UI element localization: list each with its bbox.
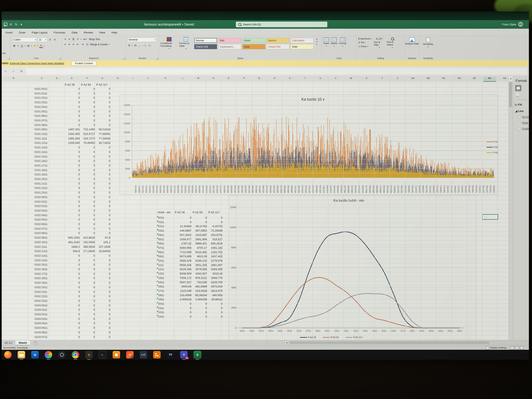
effects-pentagon-icon[interactable] [514,91,520,97]
underline-icon[interactable]: U [20,44,24,48]
number-dialog-launcher-icon[interactable] [156,57,158,59]
grow-font-icon[interactable]: Aˆ [48,38,52,41]
sheet-tab-sheet1[interactable]: Sheet1 [16,340,30,345]
taskbar-icon-chrome[interactable] [72,351,79,359]
decrease-decimal-icon[interactable]: .0→ [147,44,152,47]
accessibility-status[interactable]: Accessibility: Investigate [3,346,28,349]
column-header-L[interactable]: L [177,77,189,79]
column-header-P[interactable]: P [238,77,250,79]
line-option-solid-line[interactable]: Solid line [518,121,529,124]
comma-icon[interactable]: , [138,44,141,47]
column-header-X[interactable]: X [360,77,373,79]
increase-indent-icon[interactable]: ⇥ [81,43,85,46]
column-header-R[interactable]: R [268,77,281,79]
taskbar-icon-lightroom-classic[interactable]: LrC [140,351,147,359]
increase-decimal-icon[interactable]: ←.0 [141,44,147,47]
formula-input[interactable] [25,68,527,74]
taskbar-icon-tradingview[interactable]: TV [167,351,174,359]
column-header-T[interactable]: T [299,77,311,79]
ribbon-tab-formulas[interactable]: Formulas [51,30,68,36]
redo-icon[interactable]: ↻▾ [15,23,19,26]
cell-style-linked-cell[interactable]: Linked Cell [266,44,290,49]
cell-style-good[interactable]: Good [242,38,265,43]
vertical-scrollbar[interactable]: ▲ [508,76,513,340]
autosum-button[interactable]: Σ AutoSum ▾ [358,38,372,40]
sheet-tab-az-117[interactable]: AZ 117 [2,340,16,345]
column-header-O[interactable]: O [222,77,235,79]
taskbar-icon-teams[interactable]: T9+ [180,351,188,359]
italic-icon[interactable]: I [17,44,19,48]
taskbar-icon-file-explorer[interactable] [18,351,25,359]
sensitivity-button[interactable]: Sensitivity▾ [419,38,437,48]
cell-style-input[interactable]: Input [242,44,265,49]
align-left-icon[interactable]: ≡ [63,43,67,46]
taskbar-icon-excel[interactable]: X [194,351,201,359]
ribbon-tab-review[interactable]: Review [81,30,96,36]
vertical-scroll-thumb[interactable] [509,82,512,107]
page-break-view-icon[interactable] [520,346,524,349]
cell-style-neutral[interactable]: Neutral [266,38,290,43]
enable-content-button[interactable]: Enable Content [71,61,96,66]
column-header-AF[interactable]: AF [483,77,496,82]
radio-icon[interactable] [518,121,520,124]
fill-button[interactable]: ⊻ Fill ▾ [358,41,372,44]
enter-check-icon[interactable]: ✓ [10,70,18,73]
column-header-J[interactable]: J [142,77,154,79]
number-format-select[interactable]: General▾ [128,38,157,42]
column-header-E[interactable]: E [66,77,78,79]
ribbon-tab-page-layout[interactable]: Page Layout [28,30,51,36]
bold-icon[interactable]: B [13,44,16,48]
horizontal-scrollbar[interactable]: ⋮ ◀ [281,341,489,345]
cell-style-normal[interactable]: Normal [194,38,217,43]
column-header-I[interactable]: I [127,77,139,79]
column-header-N[interactable]: N [207,77,220,79]
column-header-S[interactable]: S [284,77,296,79]
shrink-font-icon[interactable]: Aˇ [53,38,57,41]
align-bottom-icon[interactable]: ≡ [72,38,75,41]
font-size-select[interactable]: 11▾ [38,38,47,42]
spreadsheet-grid[interactable]: Ka tuotto 10 v 1600014000120001000080006… [2,82,508,340]
radio-icon[interactable] [518,115,520,119]
align-middle-icon[interactable]: ≡ [68,38,71,41]
cell-style-note[interactable]: Note [291,44,314,49]
font-name-select[interactable]: Calibri▾ [13,38,37,42]
gallery-more-icon[interactable]: ⋷ [315,43,319,45]
line-option-no-line[interactable]: No line [518,115,529,119]
fill-paint-bucket-icon[interactable] [515,85,521,91]
normal-view-icon[interactable] [510,346,514,349]
cancel-icon[interactable]: × [2,70,10,73]
taskbar-icon-terminal[interactable]: >_ [99,351,107,359]
column-header-Q[interactable]: Q [253,77,265,79]
column-header-V[interactable]: V [329,77,342,79]
taskbar-icon-firefox[interactable] [4,351,12,359]
column-header-B[interactable]: B [7,77,20,79]
accounting-format-icon[interactable]: $ [128,44,131,47]
line-option-gradient-line[interactable]: Gradient line [518,127,529,130]
decrease-indent-icon[interactable]: ⇤ [76,43,80,46]
column-header-U[interactable]: U [314,77,327,79]
cell-style-explanatory-[interactable]: Explanatory ... [218,44,241,49]
ribbon-tab-data[interactable]: Data [68,30,81,36]
merge-center-icon[interactable]: ⊟ [85,43,89,46]
scroll-up-icon[interactable]: ▲ [509,76,513,81]
taskbar-icon-amp-app[interactable]: ▦ [113,351,120,359]
fill-section-header[interactable]: ▷ Fill [515,103,529,106]
column-header-W[interactable]: W [345,77,357,79]
wrap-text-icon[interactable]: ab↩ [82,38,88,40]
column-header-M[interactable]: M [192,77,204,79]
avatar[interactable]: FO [518,22,523,27]
alignment-dialog-launcher-icon[interactable] [123,57,125,59]
display-settings[interactable]: Display Settings [484,346,507,349]
ribbon-tab-draw[interactable]: Draw [16,30,29,36]
gallery-down-icon[interactable]: ▼ [315,40,319,43]
column-header-Y[interactable]: Y [376,77,388,79]
fill-color-icon[interactable]: ◇ [33,44,37,48]
column-header-AC[interactable]: AC [437,77,450,79]
column-header-H[interactable]: H [112,77,124,79]
page-layout-view-icon[interactable] [515,346,519,349]
font-color-icon[interactable]: A [39,44,43,48]
horizontal-scroll-thumb[interactable] [290,342,489,344]
ribbon-tab-view[interactable]: View [96,30,108,36]
column-header-AB[interactable]: AB [422,77,435,79]
gallery-up-icon[interactable]: ▲ [315,38,319,40]
